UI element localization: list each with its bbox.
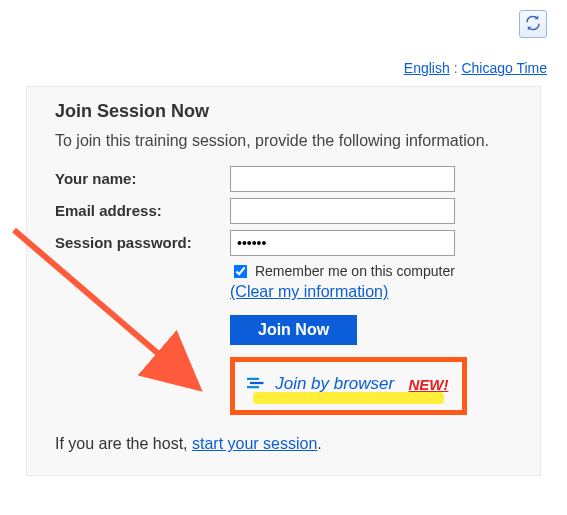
- panel-intro: To join this training session, provide t…: [55, 130, 512, 152]
- name-label: Your name:: [55, 170, 230, 187]
- timezone-link[interactable]: Chicago Time: [461, 60, 547, 76]
- email-label: Email address:: [55, 202, 230, 219]
- remember-label[interactable]: Remember me on this computer: [230, 263, 455, 279]
- join-browser-callout: Join by browser NEW!: [230, 357, 467, 415]
- password-input[interactable]: [230, 230, 455, 256]
- clear-info-link[interactable]: (Clear my information): [230, 283, 512, 301]
- join-by-browser-link[interactable]: Join by browser: [275, 374, 394, 393]
- join-panel: Join Session Now To join this training s…: [26, 86, 541, 476]
- separator: :: [454, 60, 458, 76]
- join-now-button[interactable]: Join Now: [230, 315, 357, 345]
- name-input[interactable]: [230, 166, 455, 192]
- remember-checkbox[interactable]: [234, 265, 248, 279]
- new-badge: NEW!: [408, 376, 448, 393]
- host-prefix: If you are the host,: [55, 435, 192, 452]
- password-label: Session password:: [55, 234, 230, 251]
- svg-rect-0: [247, 378, 259, 380]
- panel-title: Join Session Now: [55, 101, 512, 122]
- svg-rect-1: [250, 382, 264, 384]
- svg-rect-2: [247, 386, 259, 388]
- start-session-link[interactable]: start your session: [192, 435, 317, 452]
- host-suffix: .: [317, 435, 321, 452]
- refresh-icon: [524, 14, 542, 35]
- join-browser-icon: [247, 376, 265, 393]
- remember-text: Remember me on this computer: [255, 263, 455, 279]
- email-input[interactable]: [230, 198, 455, 224]
- language-link[interactable]: English: [404, 60, 450, 76]
- refresh-button[interactable]: [519, 10, 547, 38]
